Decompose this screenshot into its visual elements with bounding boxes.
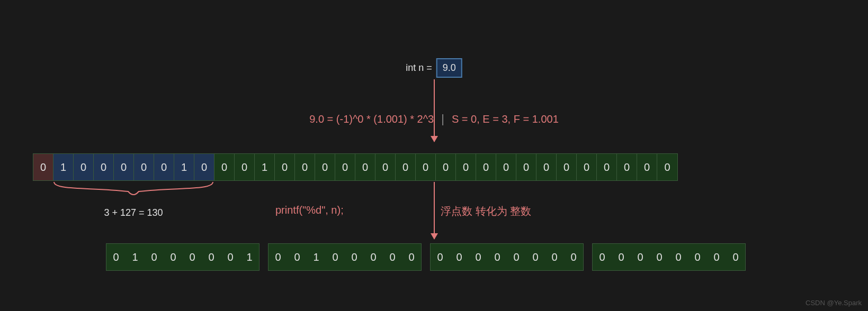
bit-cell: 0 (436, 154, 456, 180)
bit-cell: 0 (194, 154, 214, 180)
bit-cell: 0 (355, 154, 375, 180)
byte-group: 00000000 (592, 243, 746, 271)
brace-label: 3 + 127 = 130 (53, 207, 214, 218)
byte-cell: 0 (431, 244, 450, 270)
bit-cell: 1 (53, 154, 74, 180)
formula-left: 9.0 = (-1)^0 * (1.001) * 2^3 (309, 113, 434, 125)
byte-cell: 1 (126, 244, 145, 270)
byte-cell: 0 (145, 244, 164, 270)
bit-cell: 1 (255, 154, 275, 180)
byte-cell: 0 (288, 244, 307, 270)
bit-cell: 0 (315, 154, 335, 180)
byte-cell: 0 (345, 244, 364, 270)
bit-cell: 0 (496, 154, 516, 180)
bit-cell: 1 (174, 154, 194, 180)
byte-cell: 0 (202, 244, 221, 270)
arrow-top-icon (434, 79, 435, 142)
bit-cell: 0 (335, 154, 355, 180)
byte-cell: 0 (593, 244, 612, 270)
bit-cell: 0 (577, 154, 597, 180)
byte-cell: 0 (326, 244, 345, 270)
byte-cell: 0 (707, 244, 726, 270)
bit-cell: 0 (536, 154, 557, 180)
byte-group: 00000000 (430, 243, 584, 271)
exponent-brace: 3 + 127 = 130 (53, 181, 214, 218)
byte-cell: 0 (221, 244, 240, 270)
bit-cell: 0 (375, 154, 396, 180)
bit-cell: 0 (275, 154, 295, 180)
formula-right: S = 0, E = 3, F = 1.001 (452, 113, 559, 125)
bit-cell: 0 (617, 154, 637, 180)
byte-row: 01000001001000000000000000000000 (106, 243, 746, 271)
byte-cell: 0 (402, 244, 421, 270)
bit-cell: 0 (597, 154, 617, 180)
printf-label: printf("%d", n); (275, 204, 344, 216)
bit-cell: 0 (33, 154, 53, 180)
bit-cell: 0 (114, 154, 134, 180)
bit-cell: 0 (134, 154, 154, 180)
bit-cell: 0 (295, 154, 315, 180)
bit-cell: 0 (637, 154, 657, 180)
bit-table-32: 01000001000100000000000000000000 (33, 153, 678, 181)
watermark: CSDN @Ye.Spark (806, 299, 862, 307)
byte-cell: 0 (526, 244, 545, 270)
byte-cell: 0 (564, 244, 583, 270)
bit-cell: 0 (657, 154, 677, 180)
byte-cell: 0 (383, 244, 402, 270)
bit-cell: 0 (476, 154, 496, 180)
byte-cell: 0 (488, 244, 507, 270)
byte-cell: 0 (650, 244, 669, 270)
byte-cell: 0 (469, 244, 488, 270)
byte-cell: 0 (669, 244, 688, 270)
byte-cell: 0 (269, 244, 288, 270)
byte-cell: 0 (726, 244, 745, 270)
convert-label: 浮点数 转化为 整数 (441, 204, 531, 218)
byte-cell: 0 (688, 244, 707, 270)
byte-cell: 1 (240, 244, 259, 270)
declaration-row: int n = 9.0 (406, 58, 462, 78)
decl-value-box: 9.0 (436, 58, 462, 78)
byte-group: 01000001 (106, 243, 259, 271)
byte-cell: 0 (164, 244, 183, 270)
byte-cell: 0 (612, 244, 631, 270)
byte-cell: 0 (450, 244, 469, 270)
bit-cell: 0 (94, 154, 114, 180)
bit-cell: 0 (74, 154, 94, 180)
bit-cell: 0 (235, 154, 255, 180)
bit-cell: 0 (416, 154, 436, 180)
byte-cell: 0 (631, 244, 650, 270)
bit-cell: 0 (214, 154, 235, 180)
bit-cell: 0 (396, 154, 416, 180)
brace-icon (53, 181, 214, 202)
bit-cell: 0 (456, 154, 476, 180)
byte-cell: 0 (545, 244, 564, 270)
byte-group: 00100000 (268, 243, 422, 271)
byte-cell: 0 (507, 244, 526, 270)
byte-cell: 0 (106, 244, 126, 270)
byte-cell: 0 (364, 244, 383, 270)
byte-cell: 1 (307, 244, 326, 270)
bit-cell: 0 (154, 154, 174, 180)
formula-row: 9.0 = (-1)^0 * (1.001) * 2^3 | S = 0, E … (309, 112, 559, 126)
bit-cell: 0 (516, 154, 536, 180)
arrow-bottom-icon (434, 182, 435, 239)
decl-lhs: int n = (406, 62, 432, 74)
bit-cell: 0 (557, 154, 577, 180)
byte-cell: 0 (183, 244, 202, 270)
formula-separator: | (441, 112, 444, 126)
